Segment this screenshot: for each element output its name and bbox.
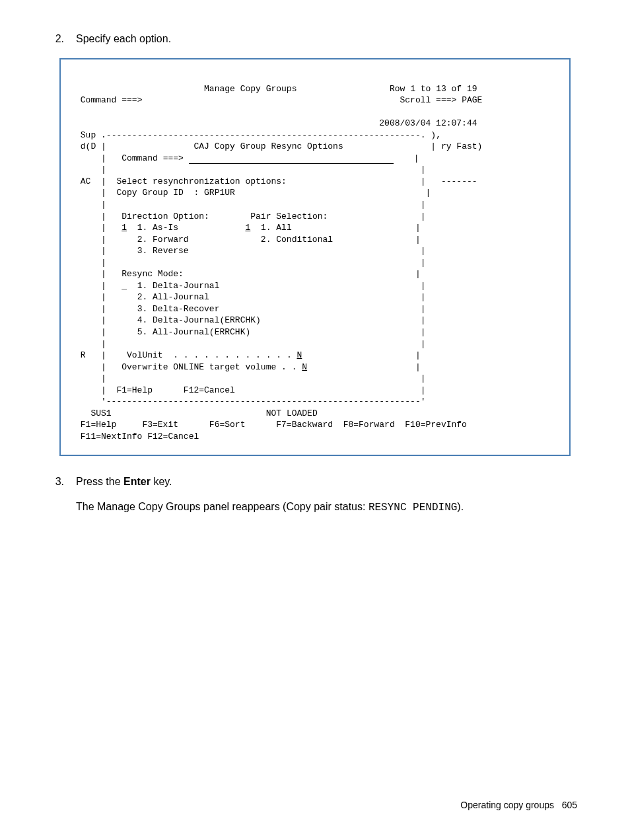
step-2: 2. Specify each option. bbox=[53, 33, 577, 45]
copy-group-id-line: | Copy Group ID : GRP1UR | bbox=[75, 188, 431, 198]
popup-spacer-5: | | bbox=[75, 373, 426, 383]
popup-spacer: | | bbox=[75, 165, 426, 174]
status-code: RESYNC PENDING bbox=[368, 502, 457, 514]
resync-option-5: | 5. All-Journal(ERRCHK) | bbox=[75, 327, 426, 337]
resync-mode-label: | Resync Mode: | bbox=[75, 269, 421, 279]
command-line-outer: Command ===> Scroll ===> PAGE bbox=[75, 95, 482, 105]
overwrite-line: | Overwrite ONLINE target volume . . N | bbox=[75, 362, 421, 372]
step-3-number: 3. bbox=[53, 476, 76, 488]
resync-option-1: | _ 1. Delta-Journal | bbox=[75, 281, 426, 291]
enter-key-label: Enter bbox=[123, 476, 151, 487]
popup-bottom-border: '---------------------------------------… bbox=[75, 397, 426, 406]
popup-function-keys: | F1=Help F12=Cancel | bbox=[75, 385, 426, 395]
direction-pair-header: | Direction Option: Pair Selection: | bbox=[75, 211, 426, 221]
resync-option-2: | 2. All-Journal | bbox=[75, 292, 426, 302]
direction-input[interactable]: 1 bbox=[122, 223, 127, 233]
popup-spacer-3: | | bbox=[75, 258, 426, 268]
step-3-text-line2: The Manage Copy Groups panel reappears (… bbox=[76, 501, 577, 514]
select-line: AC | Select resynchronization options: |… bbox=[75, 176, 477, 186]
direction-option-3: | 3. Reverse | bbox=[75, 246, 426, 256]
overwrite-input[interactable]: N bbox=[302, 362, 307, 372]
volunit-input[interactable]: N bbox=[297, 350, 302, 360]
step-2-number: 2. bbox=[53, 33, 76, 45]
terminal-screenshot: Manage Copy Groups Row 1 to 13 of 19 Com… bbox=[59, 58, 571, 456]
step-3: 3. Press the Enter key. The Manage Copy … bbox=[53, 476, 577, 514]
main-function-keys-1: F1=Help F3=Exit F6=Sort F7=Backward F8=F… bbox=[75, 420, 467, 430]
popup-top-border: Sup .-----------------------------------… bbox=[75, 130, 441, 140]
page-footer: Operating copy groups 605 bbox=[460, 800, 577, 810]
page-number: 605 bbox=[562, 800, 577, 810]
panel-title: Manage Copy Groups Row 1 to 13 of 19 bbox=[75, 84, 477, 94]
status-line: SUS1 NOT LOADED bbox=[75, 408, 318, 418]
main-function-keys-2: F11=NextInfo F12=Cancel bbox=[75, 432, 199, 441]
blank-line bbox=[75, 107, 81, 117]
popup-spacer-2: | | bbox=[75, 200, 426, 210]
resync-option-3: | 3. Delta-Recover | bbox=[75, 304, 426, 314]
popup-spacer-4: | | bbox=[75, 339, 426, 349]
step-2-text: Specify each option. bbox=[76, 33, 577, 45]
volunit-line: R | VolUnit . . . . . . . . . . . . N | bbox=[75, 350, 421, 360]
direction-option-2: | 2. Forward 2. Conditional | bbox=[75, 235, 421, 245]
resync-input[interactable]: _ bbox=[122, 281, 127, 291]
popup-command-line: | Command ===> | bbox=[75, 153, 419, 163]
resync-option-4: | 4. Delta-Journal(ERRCHK) | bbox=[75, 315, 426, 325]
direction-option-1: | 1 1. As-Is 1 1. All | bbox=[75, 223, 421, 233]
step-3-text-line1: Press the Enter key. bbox=[76, 476, 577, 488]
popup-title-line: d(D | CAJ Copy Group Resync Options | ry… bbox=[75, 141, 482, 151]
section-title: Operating copy groups bbox=[460, 800, 554, 810]
pair-input[interactable]: 1 bbox=[245, 223, 250, 233]
timestamp-line: 2008/03/04 12:07:44 bbox=[75, 118, 477, 128]
